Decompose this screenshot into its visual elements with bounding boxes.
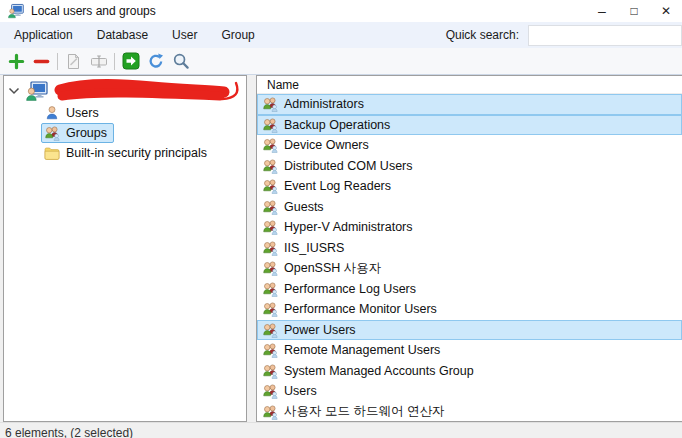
list-row[interactable]: 사용자 모드 하드웨어 연산자: [257, 402, 682, 423]
toolbar-separator: [57, 53, 58, 70]
list-row-label: System Managed Accounts Group: [284, 364, 474, 378]
refresh-icon: [147, 52, 165, 70]
group-icon: [262, 117, 278, 133]
group-icon: [262, 342, 278, 358]
quick-search-label: Quick search:: [446, 28, 519, 42]
list-row-label: Distributed COM Users: [284, 159, 413, 173]
list-row[interactable]: Performance Log Users: [257, 279, 682, 300]
list-row[interactable]: Administrators: [257, 94, 682, 115]
list-panel: Name Administrators Backup Operations De…: [256, 75, 682, 422]
list-row-label: 사용자 모드 하드웨어 연산자: [284, 403, 444, 420]
remove-button[interactable]: [29, 50, 54, 72]
group-icon: [262, 96, 278, 112]
list-row-label: Device Owners: [284, 138, 369, 152]
menu-items: ApplicationDatabaseUserGroup: [0, 24, 265, 46]
list-row-label: Remote Management Users: [284, 343, 440, 357]
edit-document-icon: [65, 53, 82, 70]
group-icon: [262, 219, 278, 235]
search-button[interactable]: [168, 50, 193, 72]
list-row-label: IIS_IUSRS: [284, 241, 344, 255]
group-icon: [262, 178, 278, 194]
app-icon: [8, 3, 24, 19]
list-row-label: Power Users: [284, 323, 356, 337]
chevron-down-icon[interactable]: [8, 87, 20, 96]
status-bar: 6 elements, (2 selected): [0, 422, 682, 438]
list-row[interactable]: Distributed COM Users: [257, 156, 682, 177]
tree-items: Users Groups Built-in security principal…: [4, 103, 246, 163]
tree-item[interactable]: Users: [4, 103, 246, 123]
menu-item[interactable]: User: [162, 24, 207, 46]
rename-button[interactable]: [86, 50, 111, 72]
rename-icon: [90, 53, 108, 70]
tree-panel: Users Groups Built-in security principal…: [3, 75, 247, 422]
group-icon: [262, 260, 278, 276]
tree-item-box: Built-in security principals: [41, 143, 214, 163]
list-row[interactable]: Users: [257, 381, 682, 402]
edit-button[interactable]: [61, 50, 86, 72]
maximize-button[interactable]: □: [618, 0, 650, 22]
toolbar-separator: [114, 53, 115, 70]
magnifier-icon: [172, 52, 190, 70]
tree-item-box: Groups: [41, 123, 114, 143]
list-row-label: Users: [284, 384, 317, 398]
list-row[interactable]: Backup Operations: [257, 115, 682, 136]
group-icon: [262, 158, 278, 174]
minimize-button[interactable]: –: [586, 0, 618, 22]
title-bar: Local users and groups: [0, 0, 682, 22]
tree-item-icon: [44, 105, 60, 121]
list-row[interactable]: System Managed Accounts Group: [257, 361, 682, 382]
group-icon: [262, 383, 278, 399]
list-row[interactable]: Event Log Readers: [257, 176, 682, 197]
close-button[interactable]: ✕: [650, 0, 682, 22]
list-row[interactable]: Guests: [257, 197, 682, 218]
list-row-label: Performance Monitor Users: [284, 302, 437, 316]
tree-item[interactable]: Groups: [4, 123, 246, 143]
tree-item[interactable]: Built-in security principals: [4, 143, 246, 163]
status-text: 6 elements, (2 selected): [5, 426, 133, 438]
add-button[interactable]: [4, 50, 29, 72]
list-row-label: Administrators: [284, 97, 364, 111]
list-row[interactable]: Power Users: [257, 320, 682, 341]
list-rows: Administrators Backup Operations Device …: [257, 94, 682, 422]
green-arrow-icon: [122, 52, 140, 70]
menu-item[interactable]: Application: [4, 24, 83, 46]
redaction-scribble: [52, 78, 250, 105]
menu-bar: ApplicationDatabaseUserGroup Quick searc…: [0, 22, 682, 48]
list-row[interactable]: IIS_IUSRS: [257, 238, 682, 259]
list-row[interactable]: Performance Monitor Users: [257, 299, 682, 320]
tree-item-label: Built-in security principals: [66, 146, 207, 160]
menu-item[interactable]: Database: [87, 24, 158, 46]
group-icon: [262, 322, 278, 338]
tree-item-icon: [44, 125, 60, 141]
menu-item[interactable]: Group: [211, 24, 264, 46]
list-row-label: Hyper-V Administrators: [284, 220, 413, 234]
list-row-label: Performance Log Users: [284, 282, 416, 296]
group-icon: [262, 240, 278, 256]
group-icon: [262, 301, 278, 317]
list-row[interactable]: Remote Management Users: [257, 340, 682, 361]
quick-search-input[interactable]: [528, 25, 682, 46]
refresh-button[interactable]: [143, 50, 168, 72]
tree-item-label: Users: [66, 106, 99, 120]
apply-button[interactable]: [118, 50, 143, 72]
list-row[interactable]: OpenSSH 사용자: [257, 258, 682, 279]
window-controls: – □ ✕: [586, 0, 682, 22]
list-row-label: OpenSSH 사용자: [284, 260, 381, 277]
group-icon: [262, 363, 278, 379]
list-column-header-name[interactable]: Name: [257, 76, 682, 94]
tree-root-node[interactable]: [4, 81, 246, 103]
group-icon: [262, 137, 278, 153]
computer-users-icon: [26, 81, 48, 101]
list-row[interactable]: Hyper-V Administrators: [257, 217, 682, 238]
plus-icon: [8, 53, 25, 70]
tree-item-label: Groups: [66, 126, 107, 140]
group-icon: [262, 199, 278, 215]
window-title: Local users and groups: [31, 4, 156, 18]
list-row[interactable]: Device Owners: [257, 135, 682, 156]
tree-item-icon: [44, 145, 60, 161]
list-row-label: Backup Operations: [284, 118, 390, 132]
minus-icon: [33, 53, 50, 70]
group-icon: [262, 404, 278, 420]
list-row-label: Guests: [284, 200, 324, 214]
list-row-label: Event Log Readers: [284, 179, 391, 193]
